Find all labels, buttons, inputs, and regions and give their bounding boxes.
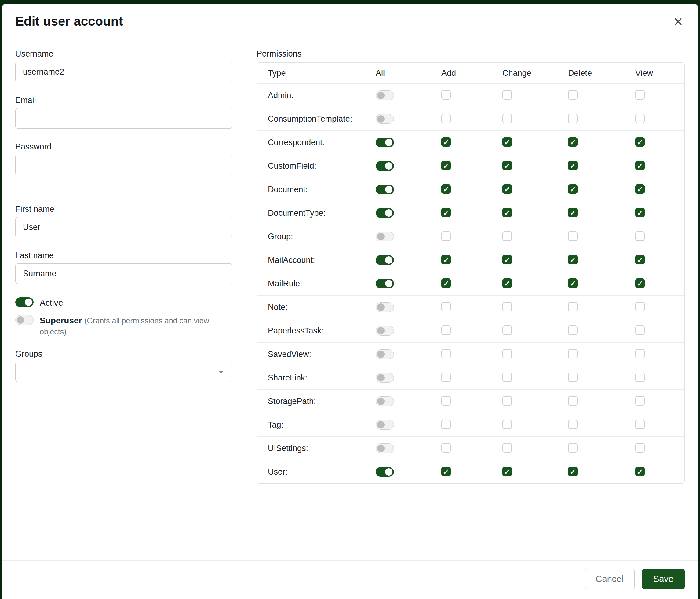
permission-view-checkbox[interactable] xyxy=(635,420,645,429)
permission-delete-checkbox[interactable] xyxy=(568,467,577,476)
permission-all-toggle[interactable] xyxy=(376,279,394,288)
permission-view-checkbox[interactable] xyxy=(635,349,645,358)
permission-delete-checkbox[interactable] xyxy=(568,114,577,123)
active-toggle[interactable] xyxy=(15,297,33,307)
permission-delete-checkbox[interactable] xyxy=(568,420,577,429)
permission-add-checkbox[interactable] xyxy=(441,161,451,170)
permission-add-checkbox[interactable] xyxy=(441,231,451,241)
permission-add-checkbox[interactable] xyxy=(441,302,451,311)
permission-change-checkbox[interactable] xyxy=(502,184,512,194)
permission-add-checkbox[interactable] xyxy=(441,443,451,453)
permission-change-checkbox[interactable] xyxy=(502,137,512,147)
permission-add-checkbox[interactable] xyxy=(441,137,451,147)
permission-view-checkbox[interactable] xyxy=(635,161,645,170)
toggle-knob xyxy=(377,445,384,452)
permission-view-checkbox[interactable] xyxy=(635,184,645,194)
permission-view-checkbox[interactable] xyxy=(635,302,645,311)
permission-change-checkbox[interactable] xyxy=(502,349,512,358)
permission-add-checkbox[interactable] xyxy=(441,420,451,429)
permission-add-checkbox[interactable] xyxy=(441,208,451,217)
permission-add-checkbox[interactable] xyxy=(441,255,451,264)
permissions-table: TypeAllAddChangeDeleteView Admin:Consump… xyxy=(256,62,685,484)
permission-view-checkbox[interactable] xyxy=(635,231,645,241)
permission-change-checkbox[interactable] xyxy=(502,161,512,170)
permission-delete-checkbox[interactable] xyxy=(568,396,577,406)
superuser-toggle[interactable] xyxy=(15,315,33,325)
permission-all-toggle[interactable] xyxy=(376,326,394,336)
permission-view-checkbox[interactable] xyxy=(635,326,645,335)
permission-change-checkbox[interactable] xyxy=(502,326,512,335)
groups-select[interactable] xyxy=(15,362,232,382)
permission-add-checkbox[interactable] xyxy=(441,279,451,288)
save-button[interactable]: Save xyxy=(642,569,685,589)
username-input[interactable] xyxy=(15,62,232,82)
permission-change-checkbox[interactable] xyxy=(502,302,512,311)
permission-all-toggle[interactable] xyxy=(376,91,394,100)
permission-all-toggle[interactable] xyxy=(376,161,394,171)
permission-change-checkbox[interactable] xyxy=(502,420,512,429)
permission-view-checkbox[interactable] xyxy=(635,208,645,217)
permission-all-toggle[interactable] xyxy=(376,302,394,312)
permission-view-checkbox[interactable] xyxy=(635,255,645,264)
permission-view-checkbox[interactable] xyxy=(635,114,645,123)
permission-add-checkbox[interactable] xyxy=(441,90,451,100)
password-input[interactable] xyxy=(15,154,232,175)
first-name-input[interactable] xyxy=(15,217,232,237)
permission-delete-checkbox[interactable] xyxy=(568,161,577,170)
permission-all-toggle[interactable] xyxy=(376,255,394,265)
permission-delete-checkbox[interactable] xyxy=(568,349,577,358)
permission-change-checkbox[interactable] xyxy=(502,396,512,406)
permission-add-checkbox[interactable] xyxy=(441,349,451,358)
permission-all-toggle[interactable] xyxy=(376,114,394,124)
permission-change-checkbox[interactable] xyxy=(502,255,512,264)
permission-delete-checkbox[interactable] xyxy=(568,231,577,241)
permission-add-checkbox[interactable] xyxy=(441,184,451,194)
permission-add-checkbox[interactable] xyxy=(441,326,451,335)
permission-all-toggle[interactable] xyxy=(376,138,394,147)
permission-delete-checkbox[interactable] xyxy=(568,279,577,288)
permission-view-checkbox[interactable] xyxy=(635,443,645,453)
permission-add-checkbox[interactable] xyxy=(441,114,451,123)
permission-delete-checkbox[interactable] xyxy=(568,443,577,453)
permission-all-toggle[interactable] xyxy=(376,397,394,406)
permission-change-checkbox[interactable] xyxy=(502,467,512,476)
permission-view-checkbox[interactable] xyxy=(635,373,645,382)
permission-all-toggle[interactable] xyxy=(376,208,394,218)
permission-delete-checkbox[interactable] xyxy=(568,90,577,100)
permission-add-checkbox[interactable] xyxy=(441,373,451,382)
permission-delete-checkbox[interactable] xyxy=(568,302,577,311)
close-icon[interactable]: × xyxy=(672,14,685,29)
permission-change-checkbox[interactable] xyxy=(502,90,512,100)
permission-delete-checkbox[interactable] xyxy=(568,208,577,217)
permission-delete-checkbox[interactable] xyxy=(568,326,577,335)
permission-all-toggle[interactable] xyxy=(376,467,394,477)
permission-view-checkbox[interactable] xyxy=(635,279,645,288)
permissions-column-delete: Delete xyxy=(568,69,635,78)
permission-all-toggle[interactable] xyxy=(376,444,394,453)
permission-all-toggle[interactable] xyxy=(376,232,394,241)
permission-delete-checkbox[interactable] xyxy=(568,137,577,147)
permission-change-checkbox[interactable] xyxy=(502,443,512,453)
permission-all-toggle[interactable] xyxy=(376,373,394,383)
last-name-input[interactable] xyxy=(15,263,232,284)
permission-delete-checkbox[interactable] xyxy=(568,373,577,382)
permission-change-checkbox[interactable] xyxy=(502,114,512,123)
permission-change-checkbox[interactable] xyxy=(502,279,512,288)
permission-row: Tag: xyxy=(257,413,684,436)
permission-view-checkbox[interactable] xyxy=(635,396,645,406)
cancel-button[interactable]: Cancel xyxy=(584,569,635,589)
permission-all-toggle[interactable] xyxy=(376,349,394,359)
permission-change-checkbox[interactable] xyxy=(502,208,512,217)
permission-add-checkbox[interactable] xyxy=(441,467,451,476)
permission-all-toggle[interactable] xyxy=(376,420,394,430)
permission-delete-checkbox[interactable] xyxy=(568,184,577,194)
permission-view-checkbox[interactable] xyxy=(635,90,645,100)
permission-all-toggle[interactable] xyxy=(376,185,394,194)
permission-change-checkbox[interactable] xyxy=(502,373,512,382)
permission-view-checkbox[interactable] xyxy=(635,467,645,476)
permission-delete-checkbox[interactable] xyxy=(568,255,577,264)
permission-change-checkbox[interactable] xyxy=(502,231,512,241)
permission-add-checkbox[interactable] xyxy=(441,396,451,406)
email-input[interactable] xyxy=(15,108,232,129)
permission-view-checkbox[interactable] xyxy=(635,137,645,147)
